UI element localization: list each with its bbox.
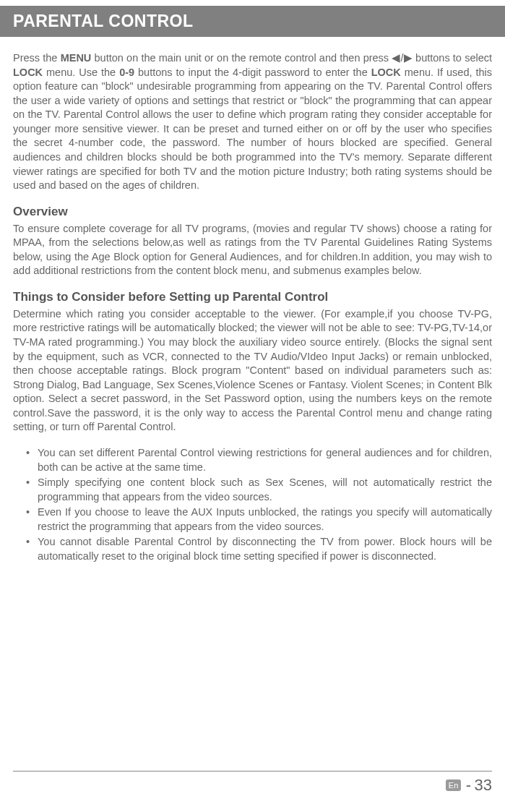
list-item: Even If you choose to leave the AUX Inpu… <box>13 505 492 534</box>
intro-paragraph: Press the MENU button on the main unit o… <box>13 51 492 193</box>
list-item: You can set different Parental Control v… <box>13 446 492 474</box>
overview-paragraph: To ensure complete coverage for all TV p… <box>13 222 492 278</box>
page-footer: En - 33 <box>13 771 492 795</box>
page-header: PARENTAL CONTROL <box>0 6 505 37</box>
language-badge: En <box>446 779 461 791</box>
footer-dash: - <box>466 776 471 794</box>
bullet-list: You can set different Parental Control v… <box>13 446 492 564</box>
page-title: PARENTAL CONTROL <box>13 12 194 30</box>
list-item: You cannot disable Parental Control by d… <box>13 535 492 563</box>
page-content: Press the MENU button on the main unit o… <box>0 37 505 563</box>
consider-heading: Things to Consider before Setting up Par… <box>13 290 492 304</box>
consider-paragraph: Determine which rating you consider acce… <box>13 307 492 435</box>
page-number: 33 <box>475 776 492 794</box>
overview-heading: Overview <box>13 205 492 219</box>
list-item: Simply specifying one content block such… <box>13 476 492 504</box>
